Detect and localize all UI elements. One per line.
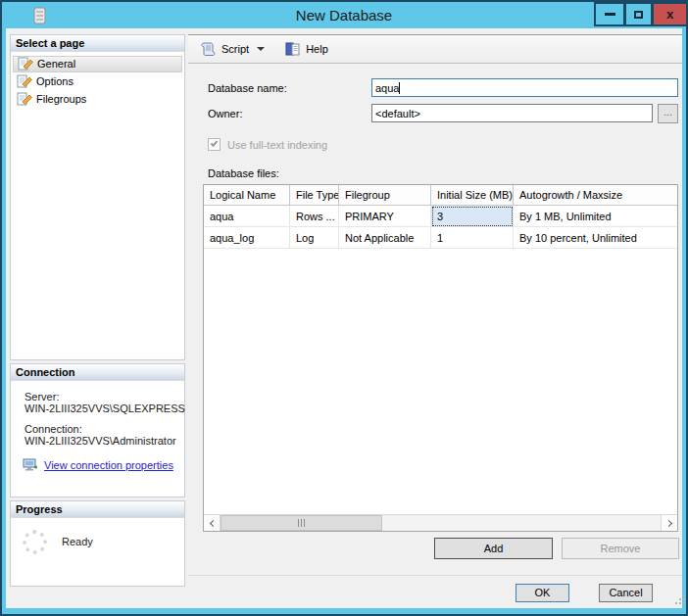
connection-label: Connection: [25, 423, 184, 435]
sidebar-item-label: General [37, 58, 75, 70]
maximize-button[interactable] [624, 2, 653, 26]
select-a-page-panel: Select a page General Op [10, 34, 185, 360]
chevron-right-icon [664, 519, 671, 526]
cell-file-type[interactable]: Rows ... [290, 206, 339, 227]
sidebar-item-options[interactable]: Options [13, 73, 182, 90]
cell-autogrowth[interactable]: By 1 MB, Unlimited [514, 206, 677, 227]
window-title: New Database [2, 7, 686, 24]
scroll-left-button[interactable] [204, 515, 221, 531]
database-files-label: Database files: [208, 167, 279, 179]
owner-browse-button[interactable]: ... [658, 104, 678, 123]
cell-file-type[interactable]: Log [290, 227, 339, 249]
table-row: aqua_log Log Not Applicable 1 By 10 perc… [204, 227, 677, 249]
cell-filegroup[interactable]: PRIMARY [339, 206, 431, 227]
scrollbar-thumb[interactable] [221, 515, 382, 531]
resize-grip[interactable] [674, 594, 686, 606]
help-icon [284, 41, 301, 57]
view-connection-properties-link[interactable]: View connection properties [44, 459, 173, 471]
thumb-grip-icon [301, 519, 302, 527]
connection-properties-icon [23, 458, 39, 473]
minimize-icon [605, 13, 615, 16]
text-caret [399, 82, 400, 94]
page-icon [17, 92, 33, 106]
close-icon: x [666, 7, 673, 22]
sidebar-item-label: Options [36, 75, 74, 87]
column-header[interactable]: Autogrowth / Maxsize [514, 185, 677, 206]
add-button[interactable]: Add [434, 538, 553, 559]
progress-header: Progress [11, 501, 184, 518]
thumb-grip-icon [298, 519, 299, 527]
fulltext-checkbox[interactable] [208, 138, 221, 151]
cell-initial-size-selected[interactable]: 3 [431, 206, 514, 227]
server-label: Server: [25, 391, 184, 403]
checkmark-icon [211, 139, 219, 147]
owner-label: Owner: [208, 108, 242, 119]
cell-logical-name[interactable]: aqua [204, 206, 290, 227]
grid-header-row: Logical Name File Type Filegroup Initial… [204, 185, 677, 206]
minimize-button[interactable] [594, 2, 625, 26]
sidebar-item-general[interactable]: General [13, 56, 182, 72]
close-button[interactable]: x [652, 2, 688, 26]
progress-status: Ready [62, 536, 93, 547]
script-dropdown-icon[interactable] [257, 47, 265, 51]
sidebar-item-filegroups[interactable]: Filegroups [13, 91, 182, 108]
owner-input[interactable] [371, 104, 653, 122]
cancel-button[interactable]: Cancel [599, 584, 653, 602]
thumb-grip-icon [304, 519, 305, 527]
page-icon [18, 57, 34, 71]
general-page-panel: Script Help Database name: [188, 34, 682, 576]
page-icon [17, 74, 33, 88]
titlebar[interactable]: New Database x [2, 2, 686, 28]
chevron-left-icon [209, 519, 216, 526]
cell-initial-size[interactable]: 1 [431, 227, 514, 249]
database-files-grid: Logical Name File Type Filegroup Initial… [203, 184, 678, 532]
column-header[interactable]: Filegroup [339, 185, 431, 206]
scroll-right-button[interactable] [661, 515, 677, 531]
help-label: Help [306, 43, 328, 55]
database-name-label: Database name: [208, 82, 287, 94]
select-a-page-header: Select a page [11, 35, 184, 52]
maximize-icon [634, 11, 643, 19]
cell-logical-name[interactable]: aqua_log [204, 227, 290, 249]
ok-button[interactable]: OK [516, 584, 569, 602]
table-row: aqua Rows ... PRIMARY 3 By 1 MB, Unlimit… [204, 206, 677, 227]
connection-panel: Connection Server: WIN-2LIII325VVS\SQLEX… [10, 363, 185, 498]
server-value: WIN-2LIII325VVS\SQLEXPRESS [25, 403, 184, 414]
cell-filegroup[interactable]: Not Applicable [339, 227, 431, 249]
sidebar-item-label: Filegroups [36, 93, 86, 105]
script-icon [200, 41, 217, 57]
column-header[interactable]: Logical Name [204, 185, 290, 206]
remove-button[interactable]: Remove [562, 538, 679, 559]
fulltext-label: Use full-text indexing [227, 139, 327, 151]
script-label: Script [221, 43, 249, 55]
progress-panel: Progress Ready [10, 500, 185, 587]
column-header[interactable]: Initial Size (MB) [431, 185, 514, 206]
toolbar: Script Help [188, 34, 682, 64]
database-name-input[interactable] [371, 78, 678, 97]
column-header[interactable]: File Type [290, 185, 339, 206]
horizontal-scrollbar[interactable] [204, 514, 677, 531]
new-database-dialog: New Database x Select a page General [0, 0, 688, 616]
script-button[interactable]: Script [194, 38, 270, 60]
progress-spinner-icon [23, 530, 47, 554]
help-button[interactable]: Help [278, 38, 334, 60]
cell-autogrowth[interactable]: By 10 percent, Unlimited [514, 227, 677, 249]
connection-header: Connection [11, 364, 184, 381]
connection-value: WIN-2LIII325VVS\Administrator [25, 435, 184, 447]
dialog-body: Select a page General Op [6, 28, 682, 608]
